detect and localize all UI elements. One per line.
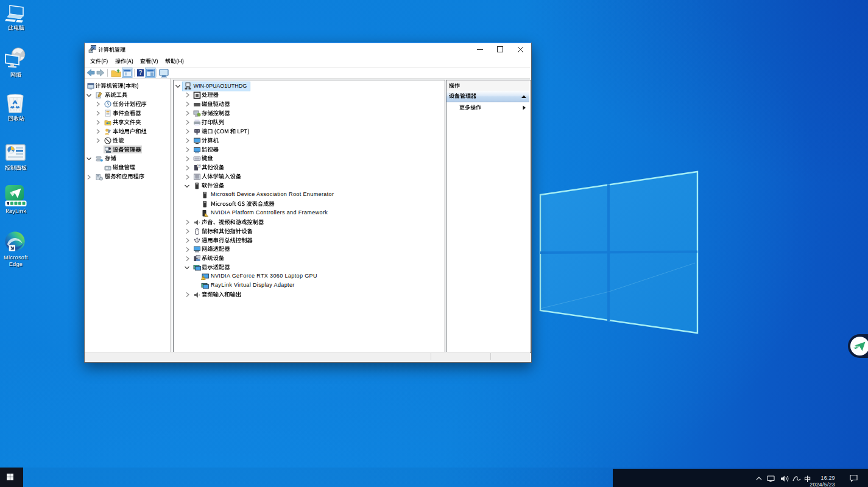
svg-text:?: ? — [139, 69, 143, 76]
svg-text:?: ? — [198, 164, 200, 168]
